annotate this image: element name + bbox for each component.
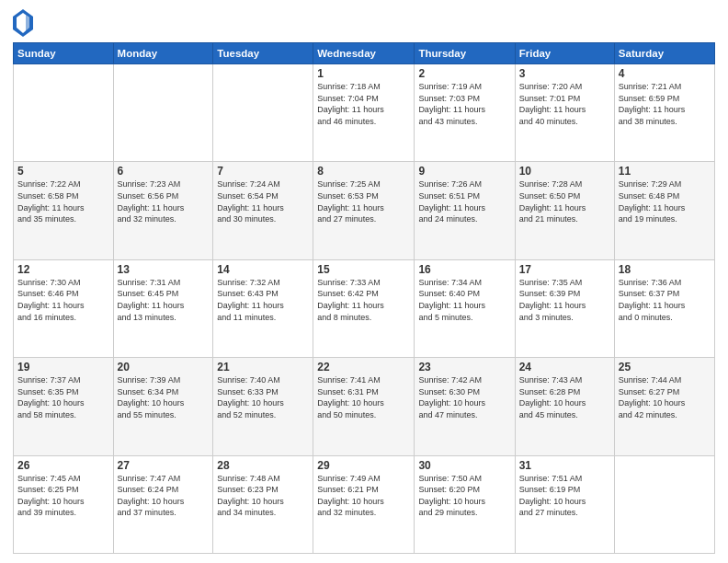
day-number: 17 xyxy=(519,263,610,276)
day-number: 8 xyxy=(317,165,410,178)
calendar-cell: 11Sunrise: 7:29 AMSunset: 6:48 PMDayligh… xyxy=(614,162,714,259)
day-header-tuesday: Tuesday xyxy=(213,43,313,64)
calendar-cell: 31Sunrise: 7:51 AMSunset: 6:19 PMDayligh… xyxy=(515,455,614,553)
calendar-table: SundayMondayTuesdayWednesdayThursdayFrid… xyxy=(13,42,715,554)
day-number: 10 xyxy=(519,165,610,178)
day-number: 31 xyxy=(519,459,610,472)
day-number: 24 xyxy=(519,361,610,373)
day-header-monday: Monday xyxy=(113,43,213,64)
day-header-saturday: Saturday xyxy=(614,43,714,64)
calendar-cell: 24Sunrise: 7:43 AMSunset: 6:28 PMDayligh… xyxy=(515,358,614,455)
day-number: 2 xyxy=(418,67,510,80)
calendar-cell: 25Sunrise: 7:44 AMSunset: 6:27 PMDayligh… xyxy=(614,358,714,455)
calendar-cell: 16Sunrise: 7:34 AMSunset: 6:40 PMDayligh… xyxy=(415,259,515,357)
cell-info: Sunrise: 7:18 AMSunset: 7:04 PMDaylight:… xyxy=(317,81,410,127)
cell-info: Sunrise: 7:24 AMSunset: 6:54 PMDaylight:… xyxy=(217,178,309,224)
calendar-header-row: SundayMondayTuesdayWednesdayThursdayFrid… xyxy=(14,43,715,64)
day-number: 4 xyxy=(619,67,711,80)
calendar-cell: 12Sunrise: 7:30 AMSunset: 6:46 PMDayligh… xyxy=(14,259,114,357)
cell-info: Sunrise: 7:43 AMSunset: 6:28 PMDaylight:… xyxy=(519,374,610,420)
cell-info: Sunrise: 7:45 AMSunset: 6:25 PMDaylight:… xyxy=(17,473,109,519)
calendar-cell: 9Sunrise: 7:26 AMSunset: 6:51 PMDaylight… xyxy=(415,162,515,259)
calendar-week-row: 5Sunrise: 7:22 AMSunset: 6:58 PMDaylight… xyxy=(14,162,715,259)
day-number: 11 xyxy=(619,165,711,178)
day-number: 5 xyxy=(17,165,109,178)
cell-info: Sunrise: 7:34 AMSunset: 6:40 PMDaylight:… xyxy=(418,277,510,323)
cell-info: Sunrise: 7:36 AMSunset: 6:37 PMDaylight:… xyxy=(619,277,711,323)
calendar-cell: 18Sunrise: 7:36 AMSunset: 6:37 PMDayligh… xyxy=(614,259,714,357)
calendar-cell: 4Sunrise: 7:21 AMSunset: 6:59 PMDaylight… xyxy=(614,64,714,162)
calendar-cell: 20Sunrise: 7:39 AMSunset: 6:34 PMDayligh… xyxy=(113,358,213,455)
cell-info: Sunrise: 7:44 AMSunset: 6:27 PMDaylight:… xyxy=(619,374,711,420)
cell-info: Sunrise: 7:35 AMSunset: 6:39 PMDaylight:… xyxy=(519,277,610,323)
calendar-cell xyxy=(614,455,714,553)
calendar-week-row: 1Sunrise: 7:18 AMSunset: 7:04 PMDaylight… xyxy=(14,64,715,162)
cell-info: Sunrise: 7:25 AMSunset: 6:53 PMDaylight:… xyxy=(317,178,410,224)
day-number: 23 xyxy=(418,361,510,373)
day-number: 9 xyxy=(418,165,510,178)
calendar-cell: 14Sunrise: 7:32 AMSunset: 6:43 PMDayligh… xyxy=(213,259,313,357)
calendar-cell: 5Sunrise: 7:22 AMSunset: 6:58 PMDaylight… xyxy=(14,162,114,259)
day-number: 27 xyxy=(118,459,210,472)
cell-info: Sunrise: 7:29 AMSunset: 6:48 PMDaylight:… xyxy=(619,178,711,224)
calendar-week-row: 19Sunrise: 7:37 AMSunset: 6:35 PMDayligh… xyxy=(14,358,715,455)
day-number: 21 xyxy=(217,361,309,373)
page: SundayMondayTuesdayWednesdayThursdayFrid… xyxy=(0,0,728,563)
calendar-cell xyxy=(213,64,313,162)
header xyxy=(13,9,715,35)
day-number: 20 xyxy=(118,361,210,373)
day-number: 22 xyxy=(317,361,410,373)
calendar-cell: 8Sunrise: 7:25 AMSunset: 6:53 PMDaylight… xyxy=(313,162,415,259)
cell-info: Sunrise: 7:37 AMSunset: 6:35 PMDaylight:… xyxy=(17,374,109,420)
calendar-cell: 15Sunrise: 7:33 AMSunset: 6:42 PMDayligh… xyxy=(313,259,415,357)
day-number: 16 xyxy=(418,263,510,276)
cell-info: Sunrise: 7:21 AMSunset: 6:59 PMDaylight:… xyxy=(619,81,711,127)
day-number: 1 xyxy=(317,67,410,80)
cell-info: Sunrise: 7:23 AMSunset: 6:56 PMDaylight:… xyxy=(118,178,210,224)
cell-info: Sunrise: 7:51 AMSunset: 6:19 PMDaylight:… xyxy=(519,473,610,519)
day-number: 7 xyxy=(217,165,309,178)
calendar-cell: 6Sunrise: 7:23 AMSunset: 6:56 PMDaylight… xyxy=(113,162,213,259)
day-number: 30 xyxy=(418,459,510,472)
calendar-cell: 29Sunrise: 7:49 AMSunset: 6:21 PMDayligh… xyxy=(313,455,415,553)
cell-info: Sunrise: 7:32 AMSunset: 6:43 PMDaylight:… xyxy=(217,277,309,323)
logo-icon xyxy=(13,9,31,35)
calendar-cell: 1Sunrise: 7:18 AMSunset: 7:04 PMDaylight… xyxy=(313,64,415,162)
calendar-week-row: 12Sunrise: 7:30 AMSunset: 6:46 PMDayligh… xyxy=(14,259,715,357)
calendar-cell xyxy=(14,64,114,162)
calendar-cell: 7Sunrise: 7:24 AMSunset: 6:54 PMDaylight… xyxy=(213,162,313,259)
calendar-cell: 19Sunrise: 7:37 AMSunset: 6:35 PMDayligh… xyxy=(14,358,114,455)
calendar-cell: 17Sunrise: 7:35 AMSunset: 6:39 PMDayligh… xyxy=(515,259,614,357)
cell-info: Sunrise: 7:48 AMSunset: 6:23 PMDaylight:… xyxy=(217,473,309,519)
calendar-cell: 22Sunrise: 7:41 AMSunset: 6:31 PMDayligh… xyxy=(313,358,415,455)
cell-info: Sunrise: 7:22 AMSunset: 6:58 PMDaylight:… xyxy=(17,178,109,224)
logo xyxy=(13,9,34,35)
day-number: 12 xyxy=(17,263,109,276)
cell-info: Sunrise: 7:40 AMSunset: 6:33 PMDaylight:… xyxy=(217,374,309,420)
calendar-cell xyxy=(113,64,213,162)
day-number: 18 xyxy=(619,263,711,276)
day-header-wednesday: Wednesday xyxy=(313,43,415,64)
calendar-cell: 28Sunrise: 7:48 AMSunset: 6:23 PMDayligh… xyxy=(213,455,313,553)
cell-info: Sunrise: 7:31 AMSunset: 6:45 PMDaylight:… xyxy=(118,277,210,323)
day-number: 26 xyxy=(17,459,109,472)
cell-info: Sunrise: 7:50 AMSunset: 6:20 PMDaylight:… xyxy=(418,473,510,519)
cell-info: Sunrise: 7:47 AMSunset: 6:24 PMDaylight:… xyxy=(118,473,210,519)
day-number: 19 xyxy=(17,361,109,373)
day-number: 3 xyxy=(519,67,610,80)
calendar-cell: 3Sunrise: 7:20 AMSunset: 7:01 PMDaylight… xyxy=(515,64,614,162)
calendar-cell: 2Sunrise: 7:19 AMSunset: 7:03 PMDaylight… xyxy=(415,64,515,162)
day-number: 29 xyxy=(317,459,410,472)
day-header-sunday: Sunday xyxy=(14,43,114,64)
day-number: 14 xyxy=(217,263,309,276)
cell-info: Sunrise: 7:33 AMSunset: 6:42 PMDaylight:… xyxy=(317,277,410,323)
day-number: 13 xyxy=(118,263,210,276)
day-number: 25 xyxy=(619,361,711,373)
cell-info: Sunrise: 7:20 AMSunset: 7:01 PMDaylight:… xyxy=(519,81,610,127)
cell-info: Sunrise: 7:39 AMSunset: 6:34 PMDaylight:… xyxy=(118,374,210,420)
day-number: 15 xyxy=(317,263,410,276)
cell-info: Sunrise: 7:42 AMSunset: 6:30 PMDaylight:… xyxy=(418,374,510,420)
cell-info: Sunrise: 7:19 AMSunset: 7:03 PMDaylight:… xyxy=(418,81,510,127)
calendar-cell: 26Sunrise: 7:45 AMSunset: 6:25 PMDayligh… xyxy=(14,455,114,553)
calendar-cell: 27Sunrise: 7:47 AMSunset: 6:24 PMDayligh… xyxy=(113,455,213,553)
